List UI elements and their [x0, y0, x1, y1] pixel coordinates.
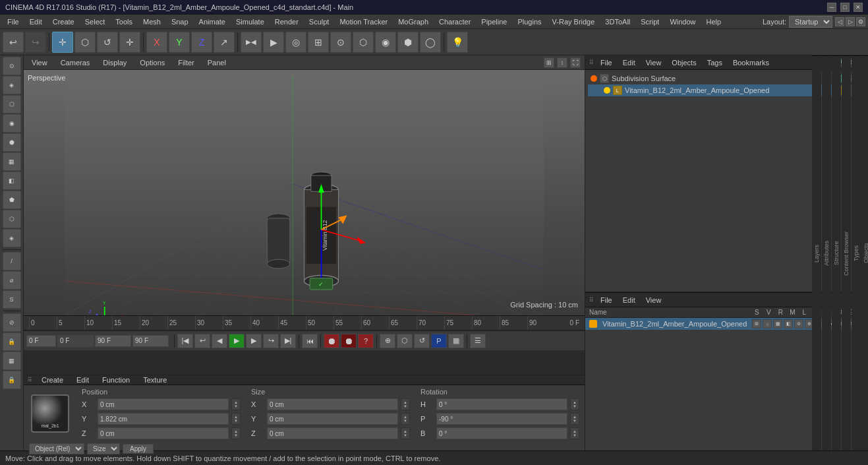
pos-z-input[interactable] — [98, 427, 229, 439]
tab-attributes[interactable]: Attributes — [822, 55, 831, 450]
options-menu[interactable]: Options — [136, 58, 169, 67]
grid-tl-button[interactable]: ▦ — [448, 334, 464, 348]
menu-sculpt[interactable]: Sculpt — [304, 16, 334, 27]
tab-objects[interactable]: Objects — [861, 55, 868, 450]
redo-button[interactable]: ↪ — [25, 32, 46, 53]
menu-mograph[interactable]: MoGraph — [393, 16, 433, 27]
light-button[interactable]: 💡 — [447, 32, 468, 53]
menu-help[interactable]: Help — [702, 16, 726, 27]
menu-pipeline[interactable]: Pipeline — [477, 16, 511, 27]
minimize-button[interactable]: ─ — [827, 3, 836, 12]
menu-tools[interactable]: Tools — [111, 16, 137, 27]
mat-icon-2[interactable]: ○ — [763, 319, 772, 328]
menu-vray[interactable]: V-Ray Bridge — [548, 16, 600, 27]
keyframe-red-button[interactable]: ⏺ — [324, 334, 339, 348]
bp-button[interactable]: ◯ — [420, 32, 441, 53]
menu-window[interactable]: Window — [665, 16, 700, 27]
mat-icon-4[interactable]: ◧ — [784, 319, 793, 328]
menu-create[interactable]: Create — [48, 16, 79, 27]
record-button[interactable]: ⏮ — [302, 334, 318, 348]
menu-snap[interactable]: Snap — [167, 16, 193, 27]
layout-btn-1[interactable]: ◁ — [835, 17, 844, 26]
size-y-input[interactable] — [267, 413, 398, 425]
tool-7[interactable]: ◧ — [3, 171, 21, 190]
prev-key-button[interactable]: ↩ — [194, 334, 210, 348]
y-axis-button[interactable]: Y — [169, 32, 190, 53]
layout-btn-3[interactable]: ⚙ — [856, 17, 865, 26]
go-end-button[interactable]: ▶| — [280, 334, 296, 348]
menu-script[interactable]: Script — [636, 16, 664, 27]
render-all-button[interactable]: ⊞ — [308, 32, 329, 53]
frame-end-input[interactable] — [95, 335, 131, 347]
menu-plugins[interactable]: Plugins — [513, 16, 546, 27]
menu-render[interactable]: Render — [270, 16, 303, 27]
next-frame-button[interactable]: ▶ — [246, 334, 262, 348]
transform-button[interactable]: ✛ — [119, 32, 140, 53]
vp-icon-1[interactable]: ⊞ — [544, 57, 554, 68]
next-key-button[interactable]: ↪ — [263, 334, 279, 348]
tool-6[interactable]: ▦ — [3, 152, 21, 171]
tool-5[interactable]: ⬢ — [3, 133, 21, 152]
mcp-edit[interactable]: Edit — [72, 375, 93, 385]
om-file[interactable]: File — [596, 58, 616, 67]
size-z-spinner[interactable]: ▲▼ — [401, 427, 410, 439]
size-x-spinner[interactable]: ▲▼ — [401, 398, 410, 410]
tool-4[interactable]: ◉ — [3, 114, 21, 133]
render-region-button[interactable]: ▶◀ — [241, 32, 262, 53]
frame-current-input[interactable] — [57, 335, 94, 347]
titlebar-controls[interactable]: ─ □ ✕ — [827, 3, 863, 12]
display-menu[interactable]: Display — [99, 58, 130, 67]
tool-1[interactable]: ⊙ — [3, 57, 21, 75]
size-x-input[interactable] — [267, 398, 398, 410]
select-button[interactable]: ⬢ — [397, 32, 419, 53]
tool-15[interactable]: 🔒 — [3, 332, 21, 351]
obj-paint-button[interactable]: ◉ — [375, 32, 396, 53]
mcp-function[interactable]: Function — [98, 375, 134, 385]
param-button[interactable]: P — [431, 334, 447, 348]
menu-simulate[interactable]: Simulate — [231, 16, 269, 27]
layout-select[interactable]: Startup — [789, 16, 832, 28]
3d-viewport[interactable]: Vitamin B12 — [24, 70, 585, 315]
menu-edit[interactable]: Edit — [25, 16, 47, 27]
x-axis-button[interactable]: X — [146, 32, 167, 53]
render-active-button[interactable]: ◎ — [285, 32, 306, 53]
tool-11[interactable]: / — [3, 252, 21, 270]
mm-edit[interactable]: Edit — [619, 295, 639, 305]
menu-mesh[interactable]: Mesh — [138, 16, 165, 27]
mm-view[interactable]: View — [642, 295, 666, 305]
pos-x-input[interactable] — [98, 398, 229, 410]
tool-9[interactable]: ⬡ — [3, 210, 21, 228]
layout-btn-2[interactable]: ▷ — [846, 17, 855, 26]
mcp-create[interactable]: Create — [38, 375, 67, 385]
timeline-ruler[interactable]: 0 5 10 15 20 25 30 35 40 45 50 55 60 65 … — [24, 316, 585, 330]
om-edit[interactable]: Edit — [619, 58, 639, 67]
menu-character[interactable]: Character — [434, 16, 475, 27]
frame-start-input[interactable] — [26, 335, 56, 347]
keyframe-q-button[interactable]: ? — [358, 334, 374, 348]
tab-types[interactable]: Types — [852, 55, 861, 450]
tool-16[interactable]: ▦ — [3, 352, 21, 370]
tool-8[interactable]: ⬟ — [3, 191, 21, 209]
pos-y-spinner[interactable]: ▲▼ — [231, 413, 241, 425]
view-menu[interactable]: View — [28, 58, 51, 67]
undo-button[interactable]: ↩ — [3, 32, 24, 53]
rot-h-input[interactable] — [436, 398, 567, 410]
render-settings-button[interactable]: ⊙ — [330, 32, 351, 53]
om-bookmarks[interactable]: Bookmarks — [729, 58, 773, 67]
tool-13[interactable]: S — [3, 290, 21, 309]
tool-12[interactable]: ⌀ — [3, 271, 21, 290]
tool-10[interactable]: ◈ — [3, 229, 21, 247]
maximize-button[interactable]: □ — [840, 3, 850, 12]
cameras-menu[interactable]: Cameras — [57, 58, 94, 67]
om-objects[interactable]: Objects — [668, 58, 700, 67]
mcp-texture[interactable]: Texture — [139, 375, 171, 385]
om-tags[interactable]: Tags — [703, 58, 726, 67]
menu-animate[interactable]: Animate — [194, 16, 230, 27]
tool-14[interactable]: ⊘ — [3, 313, 21, 332]
close-button[interactable]: ✕ — [854, 3, 863, 12]
pos-x-spinner[interactable]: ▲▼ — [231, 398, 241, 410]
shader-button[interactable]: ⬡ — [353, 32, 374, 53]
om-view[interactable]: View — [642, 58, 666, 67]
move-tl-button[interactable]: ⊕ — [380, 334, 395, 348]
rot-b-input[interactable] — [436, 427, 567, 439]
